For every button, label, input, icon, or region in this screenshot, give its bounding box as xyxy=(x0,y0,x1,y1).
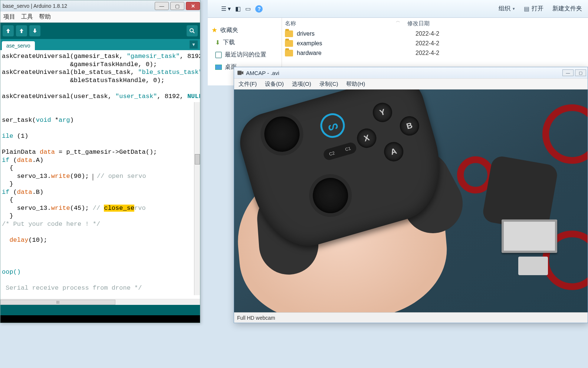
menu-options[interactable]: 选项(O) xyxy=(292,81,311,88)
newfolder-button[interactable]: 新建文件夹 xyxy=(552,5,582,13)
code-var: data xyxy=(17,157,32,164)
menu-record[interactable]: 录制(C) xyxy=(319,81,338,88)
code-highlight: close_se xyxy=(104,205,134,212)
text-cursor xyxy=(93,174,93,180)
help-icon[interactable]: ? xyxy=(255,5,263,13)
column-headers[interactable]: 名称 修改日期 xyxy=(282,18,588,29)
menu-help[interactable]: 帮助(H) xyxy=(346,81,365,88)
code-text: .B) xyxy=(32,189,44,196)
open-label: 打开 xyxy=(532,5,543,13)
code-text: ( xyxy=(9,157,17,164)
explorer-toolbar: ☰ ▾ ◧ ▭ ? 组织 ▾ ▤ 打开 新建文件夹 xyxy=(208,0,588,18)
code-text: (90); xyxy=(70,173,93,180)
code-text: ( xyxy=(9,189,17,196)
code-line: &bleStatusTaskHandle, 0); xyxy=(2,77,165,84)
menu-project[interactable]: 项目 xyxy=(3,13,15,21)
code-string: "ble_status_task" xyxy=(138,69,200,76)
sidebar-downloads[interactable]: ⬇ 下载 xyxy=(208,36,282,49)
code-arg: arg xyxy=(59,117,70,124)
horizontal-scrollbar[interactable]: III xyxy=(0,299,200,305)
code-editor[interactable]: askCreateUniversal(gamesir_task, "gamesi… xyxy=(0,50,200,303)
item-date: 2022-4-2 xyxy=(415,30,439,37)
code-line: servo_13. xyxy=(9,173,51,180)
sidebar-favorites[interactable]: ★ 收藏夹 xyxy=(208,24,282,36)
view-preview-icon[interactable]: ◧ xyxy=(235,5,241,13)
menu-file[interactable]: 文件(F) xyxy=(239,81,257,88)
item-name: drivers xyxy=(297,30,415,37)
code-comment: Serial receive process from drone */ xyxy=(2,284,142,292)
code-comment: // open servo xyxy=(97,173,146,180)
menu-tools[interactable]: 工具 xyxy=(21,13,33,21)
arrow-up-icon xyxy=(19,28,24,34)
drone-prop xyxy=(472,112,583,312)
column-date[interactable]: 修改日期 xyxy=(407,20,430,27)
downloads-label: 下载 xyxy=(223,39,235,46)
arduino-title: base_servo | Arduino 1.8.12 xyxy=(3,3,67,9)
module xyxy=(518,257,548,275)
c1-label: C1 xyxy=(345,146,352,152)
minimize-button[interactable]: — xyxy=(155,2,169,10)
view-list-icon[interactable]: ☰ ▾ xyxy=(221,5,231,13)
list-item[interactable]: drivers 2022-4-2 xyxy=(282,29,588,39)
hscroll-thumb[interactable]: III xyxy=(0,300,115,305)
organize-menu[interactable]: 组织 ▾ xyxy=(499,5,515,13)
serial-monitor-button[interactable] xyxy=(187,25,198,36)
code-comment: /* Put your code here ! */ xyxy=(2,221,100,228)
search-icon xyxy=(189,28,195,34)
code-brace: } xyxy=(9,212,13,219)
code-null: NULL xyxy=(187,93,200,100)
maximize-button[interactable]: ▢ xyxy=(575,69,586,76)
propeller-icon xyxy=(542,104,588,164)
upload-button[interactable] xyxy=(16,25,27,36)
scroll-thumb[interactable] xyxy=(195,154,200,165)
list-item[interactable]: examples 2022-4-2 xyxy=(282,39,588,48)
menu-device[interactable]: 设备(D) xyxy=(265,81,284,88)
vertical-scrollbar[interactable] xyxy=(194,102,200,295)
code-var: data xyxy=(40,149,55,156)
code-line: servo_13. xyxy=(9,205,51,212)
code-comment: rvo xyxy=(134,205,146,212)
menu-help[interactable]: 帮助 xyxy=(39,13,51,21)
folder-icon xyxy=(285,50,293,56)
item-date: 2022-4-2 xyxy=(415,40,439,47)
item-name: examples xyxy=(297,40,415,47)
sidebar-recent[interactable]: 最近访问的位置 xyxy=(208,49,282,61)
save-button[interactable] xyxy=(29,25,40,36)
tab-sketch[interactable]: ase_servo xyxy=(2,41,35,50)
item-date: 2022-4-2 xyxy=(415,50,439,56)
tab-menu-button[interactable]: ▼ xyxy=(190,40,198,49)
open-button[interactable] xyxy=(3,25,14,36)
code-text: , 8192, xyxy=(157,93,187,100)
newfolder-label: 新建文件夹 xyxy=(552,5,582,13)
code-brace: { xyxy=(9,196,13,203)
arduino-window: base_servo | Arduino 1.8.12 — ▢ ✕ 项目 工具 … xyxy=(0,0,200,323)
open-menu[interactable]: ▤ 打开 xyxy=(524,5,543,13)
list-item[interactable]: hardware 2022-4-2 xyxy=(282,48,588,58)
column-name[interactable]: 名称 xyxy=(285,20,407,27)
maximize-button[interactable]: ▢ xyxy=(170,2,184,10)
amcap-titlebar[interactable]: AMCAP - .avi — ▢ xyxy=(234,67,588,78)
item-name: hardware xyxy=(297,50,415,56)
code-line: askCreateUniversal(user_task, xyxy=(2,93,115,100)
arduino-titlebar[interactable]: base_servo | Arduino 1.8.12 — ▢ ✕ xyxy=(0,0,200,12)
code-comment: // xyxy=(93,205,100,212)
arrow-down-icon xyxy=(32,28,38,34)
code-method: write xyxy=(51,205,70,212)
favorites-label: 收藏夹 xyxy=(220,26,238,34)
close-button[interactable]: ✕ xyxy=(186,2,200,10)
breadboard xyxy=(502,219,557,253)
arduino-status-bar xyxy=(0,305,200,323)
code-text: = p_tt_gamesir->GetData(); xyxy=(55,149,157,156)
code-keyword: if xyxy=(2,157,9,164)
minimize-button[interactable]: — xyxy=(562,69,574,76)
view-detail-icon[interactable]: ▭ xyxy=(245,5,251,13)
open-icon: ▤ xyxy=(524,5,529,12)
code-brace: } xyxy=(9,180,13,188)
folder-icon xyxy=(285,40,293,47)
recent-icon xyxy=(215,52,222,58)
code-text: (10); xyxy=(28,237,47,244)
code-line: askCreateUniversal(gamesir_task, xyxy=(2,53,127,60)
svg-point-0 xyxy=(190,29,193,32)
desktop-icon xyxy=(215,65,222,70)
arduino-menubar: 项目 工具 帮助 xyxy=(0,12,200,23)
